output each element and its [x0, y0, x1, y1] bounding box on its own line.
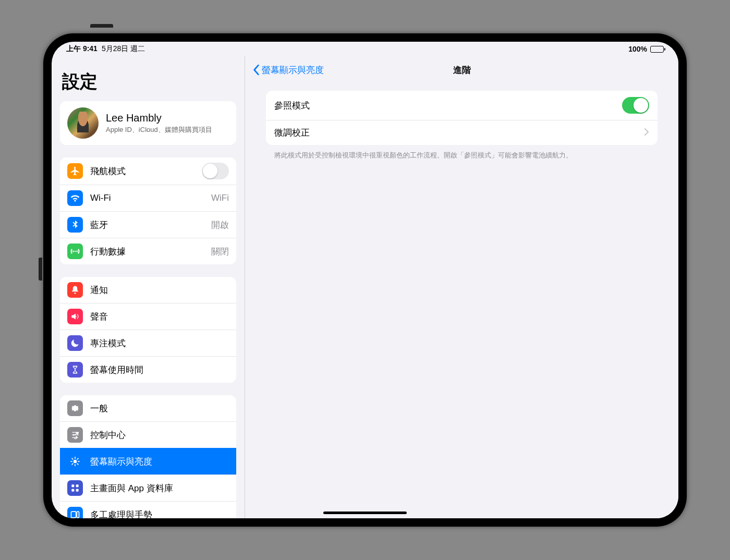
- screen: 上午 9:41 5月28日 週二 100% 設定 Lee Ha: [52, 42, 678, 518]
- reference-mode-row[interactable]: 參照模式: [266, 91, 658, 120]
- sidebar-item-label: 螢幕顯示與亮度: [90, 456, 229, 468]
- svg-rect-5: [76, 484, 79, 487]
- avatar: [67, 107, 99, 139]
- back-label: 螢幕顯示與亮度: [262, 64, 324, 76]
- sidebar-item-label: 多工處理與手勢: [90, 509, 229, 519]
- svg-point-2: [76, 436, 77, 438]
- advanced-group: 參照模式 微調校正: [266, 91, 658, 145]
- toggles-icon: [67, 427, 83, 443]
- grid-icon: [67, 480, 83, 496]
- sidebar-item-sound[interactable]: 聲音: [60, 303, 236, 330]
- account-name: Lee Hambly: [106, 112, 212, 124]
- row-label: 微調校正: [274, 127, 644, 139]
- sidebar-item-label: 一般: [90, 403, 229, 415]
- detail-header: 螢幕顯示與亮度 進階: [245, 56, 678, 83]
- sidebar-item-wifi[interactable]: Wi-Fi WiFi: [60, 185, 236, 211]
- sidebar-item-label: 聲音: [90, 311, 229, 323]
- wifi-icon: [67, 190, 83, 206]
- sidebar-item-screentime[interactable]: 螢幕使用時間: [60, 356, 236, 383]
- sidebar-item-control-center[interactable]: 控制中心: [60, 421, 236, 448]
- sidebar: 設定 Lee Hambly Apple ID、iCloud、媒體與購買項目: [52, 56, 245, 518]
- gear-icon: [67, 400, 83, 416]
- row-value: 關閉: [211, 246, 229, 258]
- sidebar-item-focus[interactable]: 專注模式: [60, 330, 236, 356]
- airplane-icon: [67, 163, 83, 179]
- sidebar-item-cellular[interactable]: 行動數據 關閉: [60, 238, 236, 264]
- account-card[interactable]: Lee Hambly Apple ID、iCloud、媒體與購買項目: [60, 101, 236, 145]
- group-notifications: 通知 聲音 專注模式: [60, 277, 236, 383]
- bell-icon: [67, 282, 83, 298]
- row-value: WiFi: [211, 193, 229, 203]
- status-bar: 上午 9:41 5月28日 週二 100%: [52, 42, 678, 56]
- detail-title: 進階: [453, 64, 471, 76]
- sidebar-item-label: 行動數據: [90, 246, 204, 258]
- sidebar-item-label: 專注模式: [90, 337, 229, 349]
- brightness-icon: [67, 454, 83, 469]
- group-general: 一般 控制中心 螢幕顯示與亮度: [60, 395, 236, 518]
- sidebar-item-display[interactable]: 螢幕顯示與亮度: [60, 448, 236, 474]
- svg-rect-9: [77, 512, 79, 518]
- detail-pane: 螢幕顯示與亮度 進階 參照模式 微調校正: [245, 56, 678, 518]
- multitask-icon: [67, 507, 83, 518]
- svg-point-1: [73, 434, 75, 435]
- svg-rect-8: [71, 512, 76, 518]
- status-time: 上午 9:41: [66, 44, 98, 54]
- chevron-left-icon: [252, 64, 260, 76]
- sidebar-item-label: 控制中心: [90, 429, 229, 441]
- speaker-icon: [67, 309, 83, 324]
- sidebar-item-label: Wi-Fi: [90, 193, 204, 203]
- hourglass-icon: [67, 362, 83, 378]
- status-date: 5月28日 週二: [102, 44, 145, 54]
- svg-rect-7: [76, 489, 79, 492]
- fine-tune-row[interactable]: 微調校正: [266, 120, 658, 145]
- sidebar-item-airplane[interactable]: 飛航模式: [60, 157, 236, 185]
- battery-pct: 100%: [628, 45, 647, 53]
- antenna-icon: [67, 244, 83, 259]
- sidebar-item-label: 飛航模式: [90, 165, 194, 177]
- airplane-switch[interactable]: [202, 163, 229, 179]
- home-indicator[interactable]: [323, 512, 407, 514]
- group-footer: 將此模式用於受控制檢視環境中很重視顏色的工作流程。開啟「參照模式」可能會影響電池…: [266, 145, 658, 161]
- group-network: 飛航模式 Wi-Fi WiFi 藍牙: [60, 157, 236, 264]
- sidebar-item-notifications[interactable]: 通知: [60, 277, 236, 303]
- sidebar-item-bluetooth[interactable]: 藍牙 開啟: [60, 211, 236, 238]
- sidebar-item-label: 通知: [90, 284, 229, 296]
- sidebar-item-label: 螢幕使用時間: [90, 364, 229, 376]
- sidebar-item-home-screen[interactable]: 主畫面與 App 資料庫: [60, 474, 236, 501]
- sidebar-item-general[interactable]: 一般: [60, 395, 236, 421]
- svg-rect-6: [71, 489, 74, 492]
- svg-point-3: [74, 460, 77, 464]
- moon-icon: [67, 335, 83, 351]
- svg-rect-4: [71, 484, 74, 487]
- sidebar-item-multitasking[interactable]: 多工處理與手勢: [60, 501, 236, 518]
- svg-point-0: [77, 432, 78, 433]
- sidebar-item-label: 主畫面與 App 資料庫: [90, 482, 229, 494]
- chevron-right-icon: [644, 128, 649, 138]
- account-sub: Apple ID、iCloud、媒體與購買項目: [106, 125, 212, 135]
- row-label: 參照模式: [274, 100, 622, 112]
- battery-icon: [650, 46, 664, 53]
- back-button[interactable]: 螢幕顯示與亮度: [252, 64, 324, 76]
- sidebar-item-label: 藍牙: [90, 219, 204, 231]
- device-frame: 上午 9:41 5月28日 週二 100% 設定 Lee Ha: [43, 33, 687, 527]
- reference-mode-switch[interactable]: [622, 97, 649, 114]
- bluetooth-icon: [67, 217, 83, 233]
- page-title: 設定: [60, 56, 236, 101]
- row-value: 開啟: [211, 219, 229, 231]
